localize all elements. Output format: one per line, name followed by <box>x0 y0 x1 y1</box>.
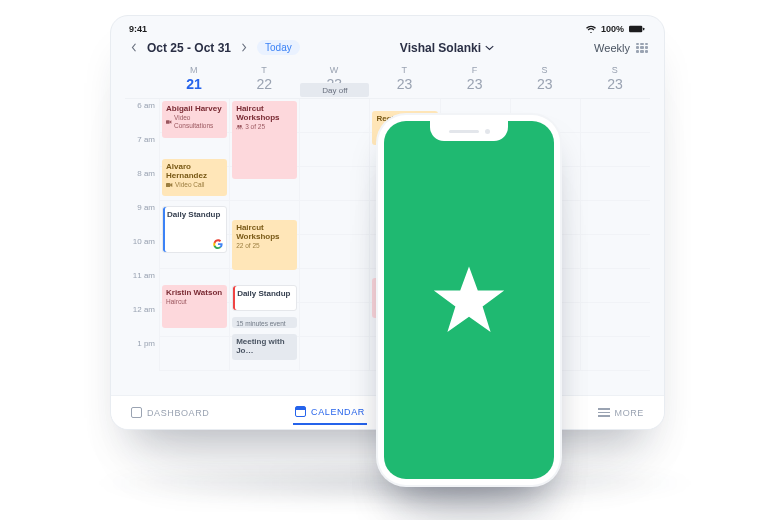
tab-dashboard[interactable]: DASHBOARD <box>129 401 211 424</box>
svg-point-4 <box>237 125 239 127</box>
time-label: 11 am <box>125 269 159 303</box>
time-label: 1 pm <box>125 337 159 371</box>
day-header: M21 T22 W23 T23 F23 S23 S23 <box>125 61 650 98</box>
svg-rect-3 <box>166 183 170 187</box>
svg-rect-0 <box>629 26 642 33</box>
phone-screen <box>384 121 554 479</box>
calendar-event[interactable]: Alvaro HernandezVideo Call <box>162 159 227 196</box>
day-col-mon[interactable]: M21 <box>159 63 229 98</box>
today-button[interactable]: Today <box>257 40 300 55</box>
dashboard-icon <box>131 407 142 418</box>
status-bar: 9:41 100% <box>125 22 650 38</box>
time-label: 6 am <box>125 99 159 133</box>
topbar: Oct 25 - Oct 31 Today Vishal Solanki Wee… <box>125 38 650 61</box>
calendar-event[interactable]: Haircut Workshops22 of 25 <box>232 220 297 270</box>
day-col-sun[interactable]: S23 <box>580 63 650 98</box>
calendar-event[interactable]: Abigail HarveyVideo Consultations <box>162 101 227 138</box>
chevron-down-icon <box>485 45 494 51</box>
svg-rect-1 <box>643 28 644 31</box>
calendar-event[interactable]: Kristin WatsonHaircut <box>162 285 227 329</box>
calendar-event[interactable]: Meeting with Jo… <box>232 334 297 361</box>
calendar-event[interactable]: Haircut Workshops3 of 25 <box>232 101 297 179</box>
calendar-event[interactable]: 15 minutes event <box>232 317 297 328</box>
time-label: 10 am <box>125 235 159 269</box>
svg-rect-2 <box>166 120 170 124</box>
status-right: 100% <box>585 24 646 34</box>
wifi-icon <box>585 25 597 33</box>
phone-frame <box>378 115 560 485</box>
svg-marker-6 <box>434 266 504 332</box>
day-col-sat[interactable]: S23 <box>510 63 580 98</box>
time-label: 9 am <box>125 201 159 235</box>
tab-more[interactable]: MORE <box>596 402 646 424</box>
battery-pct: 100% <box>601 24 624 34</box>
time-label: 12 am <box>125 303 159 337</box>
user-name: Vishal Solanki <box>400 41 481 55</box>
battery-icon <box>628 25 646 33</box>
user-selector[interactable]: Vishal Solanki <box>400 41 494 55</box>
date-range[interactable]: Oct 25 - Oct 31 <box>147 41 231 55</box>
svg-point-5 <box>240 125 242 127</box>
time-label: 8 am <box>125 167 159 201</box>
tab-label: DASHBOARD <box>147 408 209 418</box>
tab-calendar[interactable]: CALENDAR <box>293 400 367 425</box>
time-label: 7 am <box>125 133 159 167</box>
view-switcher[interactable]: Weekly <box>594 42 648 54</box>
star-icon <box>429 260 509 340</box>
chevron-left-icon <box>131 43 137 52</box>
google-icon <box>213 239 223 249</box>
grid-view-icon <box>636 43 648 53</box>
view-label: Weekly <box>594 42 630 54</box>
phone-notch <box>430 121 508 141</box>
tab-label: MORE <box>615 408 644 418</box>
next-week-button[interactable] <box>237 41 251 55</box>
tab-label: CALENDAR <box>311 407 365 417</box>
calendar-event[interactable]: Daily Standup <box>232 285 297 312</box>
day-col-fri[interactable]: F23 <box>440 63 510 98</box>
prev-week-button[interactable] <box>127 41 141 55</box>
status-time: 9:41 <box>129 24 147 34</box>
calendar-icon <box>295 406 306 417</box>
menu-icon <box>598 408 610 417</box>
dayoff-banner: Day off <box>300 83 369 97</box>
day-col-thu[interactable]: T23 <box>369 63 439 98</box>
calendar-event[interactable]: Daily Standup <box>162 206 227 253</box>
chevron-right-icon <box>241 43 247 52</box>
day-col-tue[interactable]: T22 <box>229 63 299 98</box>
